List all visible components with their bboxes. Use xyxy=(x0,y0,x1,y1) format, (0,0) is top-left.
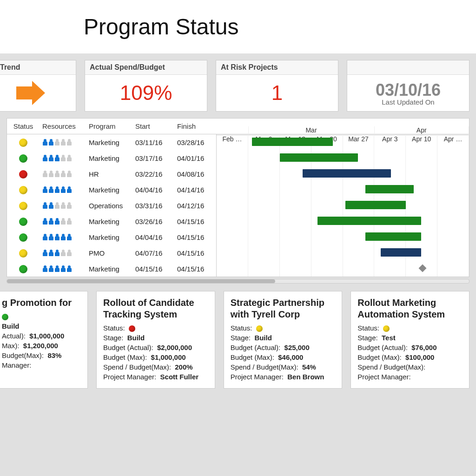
kpi-trend[interactable]: Trend xyxy=(0,60,76,112)
person-icon xyxy=(66,155,72,161)
person-icon xyxy=(54,202,60,209)
start-cell: 03/26/16 xyxy=(132,218,174,225)
scrollbar-thumb[interactable] xyxy=(7,279,275,283)
project-card[interactable]: Strategic Partnership with Tyrell CorpSt… xyxy=(224,291,343,389)
status-dot-icon xyxy=(19,249,27,258)
person-icon xyxy=(54,234,60,240)
person-icon xyxy=(42,202,48,209)
status-cell xyxy=(7,185,40,194)
project-card[interactable]: g Promotion forBuildActual): $1,000,000M… xyxy=(0,291,88,389)
kpi-updated[interactable]: 03/10/16 Last Updated On xyxy=(347,60,469,112)
person-icon xyxy=(66,202,72,209)
finish-cell: 04/08/16 xyxy=(174,170,216,178)
status-cell xyxy=(7,169,40,178)
horizontal-scrollbar[interactable] xyxy=(7,279,469,284)
gantt-bar[interactable] xyxy=(345,201,406,209)
card-budget-actual: Budget (Actual): $76,000 xyxy=(357,344,463,351)
col-status[interactable]: Status xyxy=(7,122,40,130)
person-icon xyxy=(60,171,66,177)
resources-cell xyxy=(40,265,86,272)
card-pm: Project Manager: Ben Brown xyxy=(231,373,336,381)
table-row[interactable]: Operations03/31/1604/12/16 xyxy=(7,198,469,213)
card-stage: Build xyxy=(2,322,81,330)
table-row[interactable]: Marketing04/15/1604/15/16 xyxy=(7,261,469,277)
person-icon xyxy=(60,186,66,193)
person-icon xyxy=(42,186,48,193)
status-dot-icon xyxy=(19,233,27,242)
table-row[interactable]: Marketing03/11/1603/28/16 xyxy=(7,134,469,150)
gantt-bar[interactable] xyxy=(252,138,333,146)
person-icon xyxy=(48,234,54,240)
start-cell: 03/17/16 xyxy=(132,154,174,162)
person-icon xyxy=(60,250,66,256)
table-row[interactable]: Marketing03/26/1604/15/16 xyxy=(7,213,469,229)
table-row[interactable]: HR03/22/1604/08/16 xyxy=(7,166,469,182)
gantt-bar[interactable] xyxy=(303,169,391,178)
kpi-updated-sub: Last Updated On xyxy=(382,98,434,106)
start-cell: 04/04/16 xyxy=(132,233,174,241)
page-title: Program Status xyxy=(0,0,476,53)
person-icon xyxy=(66,218,72,225)
status-dot-icon xyxy=(129,325,135,332)
table-row[interactable]: Marketing03/17/1604/01/16 xyxy=(7,150,469,166)
card-status: Status: xyxy=(231,324,336,332)
status-dot-icon xyxy=(19,170,27,178)
status-dot-icon xyxy=(383,325,390,332)
start-cell: 04/15/16 xyxy=(132,265,174,273)
col-start[interactable]: Start xyxy=(132,122,174,130)
milestone-icon[interactable] xyxy=(419,264,427,272)
program-cell: Marketing xyxy=(86,154,132,162)
kpi-risk[interactable]: At Risk Projects 1 xyxy=(216,60,338,112)
gantt-bar[interactable] xyxy=(317,217,421,225)
kpi-spend[interactable]: Actual Spend/Budget 109% xyxy=(85,60,207,112)
person-icon xyxy=(42,171,48,177)
col-finish[interactable]: Finish xyxy=(174,122,216,130)
project-card[interactable]: Rollout of Candidate Tracking SystemStat… xyxy=(96,291,215,389)
card-spend: Spend / Budget(Max): 54% xyxy=(231,363,336,371)
status-dot-icon xyxy=(19,265,27,273)
gantt-cell xyxy=(216,182,469,198)
person-icon xyxy=(54,171,60,177)
gantt-bar[interactable] xyxy=(365,185,413,193)
resources-cell xyxy=(40,250,86,256)
card-status xyxy=(2,312,81,320)
gantt-bar[interactable] xyxy=(280,153,358,162)
person-icon xyxy=(42,265,48,272)
card-pm: Manager: xyxy=(2,361,81,369)
card-budget-max: Budget (Max): $1,000,000 xyxy=(103,353,208,361)
table-row[interactable]: Marketing04/04/1604/15/16 xyxy=(7,229,469,245)
project-card[interactable]: Rollout Marketing Automation SystemStatu… xyxy=(350,291,469,389)
card-budget-actual: Budget (Actual): $25,000 xyxy=(231,344,336,351)
person-icon xyxy=(54,218,60,225)
gantt-bar[interactable] xyxy=(365,232,421,241)
finish-cell: 04/12/16 xyxy=(174,202,216,210)
status-dot-icon xyxy=(19,218,27,226)
finish-cell: 04/15/16 xyxy=(174,249,216,257)
resources-cell xyxy=(40,171,86,177)
card-title: Strategic Partnership with Tyrell Corp xyxy=(231,297,336,320)
person-icon xyxy=(42,234,48,240)
table-row[interactable]: PMO04/07/1604/15/16 xyxy=(7,245,469,261)
kpi-spend-value: 109% xyxy=(85,75,207,111)
person-icon xyxy=(54,186,60,193)
person-icon xyxy=(54,250,60,256)
person-icon xyxy=(48,218,54,225)
card-spend: Budget(Max): 83% xyxy=(2,351,81,359)
card-spend: Spend / Budget(Max): xyxy=(357,363,463,371)
gantt-bar[interactable] xyxy=(381,248,421,257)
person-icon xyxy=(42,155,48,161)
kpi-row: Trend Actual Spend/Budget 109% At Risk P… xyxy=(0,53,476,118)
status-cell xyxy=(7,217,40,225)
finish-cell: 04/15/16 xyxy=(174,265,216,273)
gantt-header-row: Status Resources Program Start Finish Ma… xyxy=(7,119,469,134)
kpi-spend-label: Actual Spend/Budget xyxy=(85,60,207,75)
person-icon xyxy=(48,139,54,145)
person-icon xyxy=(48,171,54,177)
finish-cell: 03/28/16 xyxy=(174,139,216,146)
card-stage: Stage: Test xyxy=(357,334,463,342)
col-program[interactable]: Program xyxy=(86,122,132,130)
table-row[interactable]: Marketing04/04/1604/14/16 xyxy=(7,182,469,198)
status-cell xyxy=(7,232,40,241)
col-resources[interactable]: Resources xyxy=(40,122,86,130)
start-cell: 03/31/16 xyxy=(132,202,174,210)
